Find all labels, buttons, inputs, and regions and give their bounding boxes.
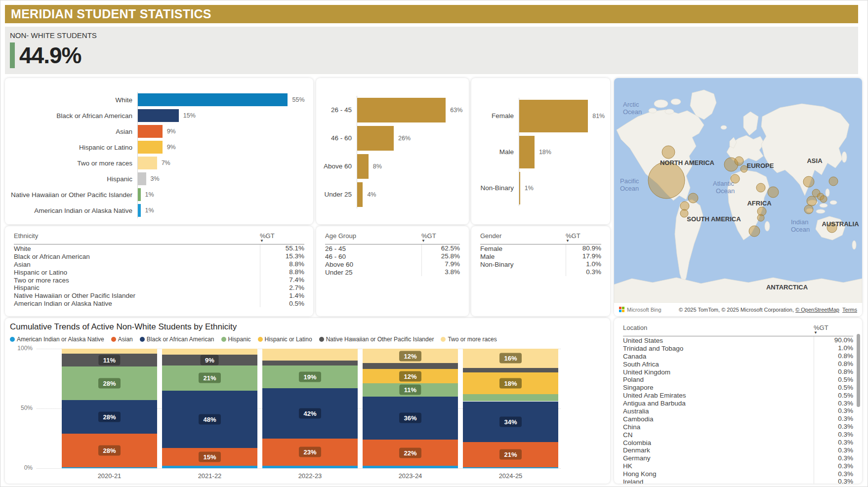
bar-segment[interactable] [62,467,158,468]
bar-segment[interactable] [463,394,559,402]
table-row[interactable]: White55.1% [14,244,304,252]
table-row[interactable]: Female80.9% [480,244,601,252]
table-row[interactable]: Black or African American15.3% [14,252,304,260]
map-bubble[interactable] [757,214,764,221]
table-row[interactable]: 26 - 4562.5% [325,244,460,252]
map-bubble[interactable] [820,196,827,203]
bar[interactable] [519,172,520,204]
table-row[interactable]: Two or more races7.4% [14,276,304,284]
table-row[interactable]: Asian8.8% [14,260,304,268]
bar-row: Under 254% [316,180,464,208]
terms-link[interactable]: Terms [842,307,857,313]
table-row[interactable]: Native Hawaiian or Other Pacific Islande… [14,291,304,299]
map-bubble[interactable] [680,202,689,210]
bar[interactable] [138,141,163,154]
bar[interactable] [138,109,179,122]
bar-segment[interactable] [262,349,358,361]
bar-value-label: 18% [539,149,551,156]
table-row[interactable]: United Arab Emirates0.5% [623,391,853,399]
column-header[interactable]: Location [623,324,814,334]
bar-segment[interactable] [363,363,458,369]
table-row[interactable]: Poland0.5% [623,375,853,383]
table-row[interactable]: Hispanic or Latino8.8% [14,268,304,276]
bar[interactable] [138,172,146,185]
map-bubble[interactable] [688,193,698,203]
bar[interactable] [138,157,157,169]
bar[interactable] [519,136,535,168]
table-row[interactable]: Denmark0.3% [623,446,853,454]
sort-descending-icon: ▼ [814,331,853,334]
map-bubble[interactable] [735,157,744,165]
column-header-sortable[interactable]: %GT▼ [421,232,460,243]
table-row[interactable]: American Indian or Alaska Native0.5% [14,299,304,307]
table-cell: Above 60 [325,260,421,268]
table-row[interactable]: Australia0.3% [623,407,853,415]
table-cell-value: 0.5% [814,391,853,399]
table-cell: Singapore [623,383,814,391]
table-cell: Female [480,244,566,252]
map-bubble[interactable] [662,146,675,159]
map-canvas[interactable]: ArcticOceanPacificOceanAtlanticOceanIndi… [614,78,862,303]
bing-provider-link[interactable]: Microsoft Bing [619,307,661,313]
bar-segment[interactable] [262,466,358,468]
bar-value-label: 26% [398,135,411,142]
table-row[interactable]: United States90.0% [623,336,853,344]
ocean-label: Ocean [620,185,639,192]
bar[interactable] [138,93,288,106]
column-header[interactable]: Age Group [325,232,421,243]
bar[interactable] [138,204,141,217]
bar[interactable] [357,154,369,179]
bar-segment[interactable] [62,349,158,354]
table-row[interactable]: Hong Kong0.3% [623,470,853,478]
map-bubble[interactable] [829,177,838,186]
bar[interactable] [357,182,363,207]
table-row[interactable]: Hispanic2.7% [14,284,304,291]
table-row[interactable]: 0.3% [480,268,601,276]
bar-segment[interactable] [363,466,458,468]
bar[interactable] [138,188,141,201]
bar[interactable] [138,125,163,138]
table-row[interactable]: South Africa0.8% [623,360,853,368]
table-row[interactable]: Non-Binary1.0% [480,260,601,268]
map-bubble[interactable] [803,176,814,187]
table-row[interactable]: Above 607.9% [325,260,460,268]
bar-segment[interactable] [162,349,258,355]
table-row[interactable]: Singapore0.5% [623,383,853,391]
bar[interactable] [519,100,588,132]
map-bubble[interactable] [749,226,760,237]
table-row[interactable]: Trinidad and Tobago1.0% [623,344,853,352]
table-row[interactable]: Colombia0.3% [623,439,853,446]
table-row[interactable]: Male17.9% [480,252,601,260]
map-bubble[interactable] [807,196,817,206]
bar[interactable] [357,98,446,122]
openstreetmap-link[interactable]: © OpenStreetMap [795,307,839,313]
table-row[interactable]: Germany0.3% [623,454,853,462]
map-bubble[interactable] [768,187,779,198]
table-row[interactable]: China0.3% [623,423,853,431]
map-bubble[interactable] [756,183,765,192]
continent-label: SOUTH AMERICA [687,215,741,223]
column-header-sortable[interactable]: %GT▼ [260,232,304,243]
table-row[interactable]: Antigua and Barbuda0.3% [623,399,853,407]
table-row[interactable]: Ireland0.3% [623,478,853,484]
table-row[interactable]: United Kingdom0.8% [623,368,853,376]
map-bubble[interactable] [804,205,813,214]
table-row[interactable]: 46 - 6025.8% [325,252,460,260]
table-row[interactable]: Canada0.8% [623,352,853,360]
table-row[interactable]: CN0.3% [623,431,853,439]
map-bubble[interactable] [648,162,685,199]
bar-segment[interactable] [463,467,559,468]
table-scrollbar[interactable] [857,334,860,407]
table-cell-value: 0.3% [814,478,853,484]
column-header[interactable]: Ethnicity [14,232,260,243]
column-header[interactable]: Gender [480,232,566,243]
bar-segment[interactable] [262,361,358,365]
table-row[interactable]: HK0.3% [623,462,853,470]
column-header-sortable[interactable]: %GT▼ [566,232,601,243]
bar-segment[interactable] [463,368,559,373]
bar-segment[interactable] [162,466,258,468]
column-header-sortable[interactable]: %GT▼ [814,324,853,334]
table-row[interactable]: Under 253.8% [325,268,460,276]
table-row[interactable]: Cambodia0.3% [623,415,853,423]
bar[interactable] [357,126,394,151]
